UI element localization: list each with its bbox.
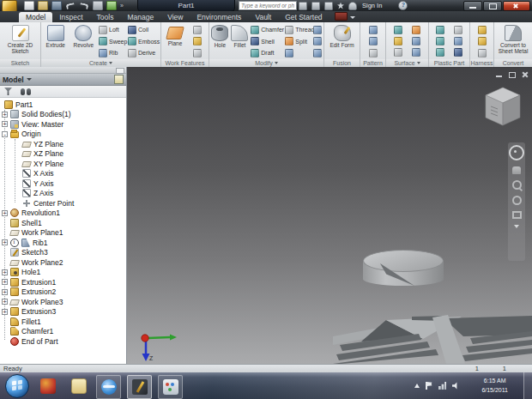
tree-item-sketch3[interactable]: Sketch3 [0, 248, 126, 258]
redo-icon[interactable] [79, 2, 89, 9]
speaker-icon[interactable] [452, 382, 460, 390]
point-button[interactable] [192, 24, 203, 35]
help-icon[interactable] [398, 1, 408, 10]
undo-icon[interactable] [65, 2, 76, 9]
rule-fillet-icon[interactable] [436, 48, 444, 57]
tree-item-part1[interactable]: Part1 [0, 100, 126, 110]
delete-face-button[interactable] [284, 47, 311, 58]
tree-item-extrusion3[interactable]: + Extrusion3 [0, 307, 126, 317]
navbar-more-chevron-icon[interactable] [514, 225, 519, 228]
tree-item-extrusion2[interactable]: + Extrusion2 [0, 287, 126, 298]
show-hidden-icons-icon[interactable] [414, 384, 420, 388]
panel-label-work-features[interactable]: Work Features [161, 59, 209, 67]
tree-expander[interactable]: + [2, 309, 8, 315]
inventor-logo-icon[interactable] [2, 0, 17, 12]
tree-expander[interactable]: + [2, 279, 8, 285]
tree-item-shell1[interactable]: Shell1 [0, 218, 126, 228]
tree-item-rib1[interactable]: + Rib1 [0, 238, 126, 248]
doc-restore-icon[interactable] [508, 71, 516, 78]
tree-item-chamfer1[interactable]: Chamfer1 [0, 327, 126, 337]
tab-vault[interactable]: Vault [248, 12, 278, 22]
tab-environments[interactable]: Environments [190, 12, 248, 22]
search-input[interactable] [239, 1, 297, 10]
snap-fit-icon[interactable] [454, 37, 462, 45]
tree-expander[interactable]: + [2, 112, 8, 118]
view-cube[interactable] [479, 84, 527, 134]
user-icon[interactable] [348, 2, 357, 10]
panel-label-plastic-part[interactable]: Plastic Part [429, 59, 469, 67]
taskbar-clock[interactable]: 6:15 AM 6/15/2011 [481, 376, 508, 395]
taskbar-inventor-button[interactable] [127, 375, 152, 399]
tab-get-started[interactable]: Get Started [278, 12, 329, 22]
fillet-button[interactable]: Fillet [230, 23, 251, 59]
panel-label-create[interactable]: Create [41, 59, 160, 67]
tab-inspect[interactable]: Inspect [52, 12, 89, 22]
extrude-button[interactable]: Extrude [42, 23, 70, 59]
loft-button[interactable]: Loft [98, 24, 127, 35]
favorites-star-icon[interactable] [337, 3, 344, 9]
draft-button[interactable]: Draft [250, 47, 284, 58]
subscription-icon[interactable] [299, 2, 307, 10]
tab-model[interactable]: Model [19, 12, 52, 22]
connector-button[interactable] [477, 47, 487, 58]
axis-button[interactable] [192, 36, 203, 47]
save-icon[interactable] [51, 1, 62, 10]
open-icon[interactable] [38, 1, 48, 10]
edit-form-button[interactable]: Edit Form [326, 23, 359, 59]
tree-item-hole1[interactable]: + Hole1 [0, 268, 126, 278]
convert-to-sheet-metal-button[interactable]: Convert to Sheet Metal [495, 23, 531, 59]
move-face-button[interactable] [312, 24, 323, 35]
panel-label-surface[interactable]: Surface [386, 59, 428, 67]
panel-label-modify[interactable]: Modify [209, 59, 323, 67]
emboss-button[interactable]: Emboss [127, 36, 160, 47]
start-button[interactable] [5, 374, 29, 398]
patch-icon[interactable] [394, 37, 402, 45]
orbit-icon[interactable] [512, 196, 522, 205]
tree-expander[interactable]: + [2, 121, 8, 127]
network-icon[interactable] [438, 382, 446, 390]
tree-item-extrusion1[interactable]: + Extrusion1 [0, 277, 126, 287]
rest-icon[interactable] [436, 37, 444, 45]
communication-icon[interactable] [324, 2, 333, 10]
zoom-icon[interactable] [512, 180, 522, 190]
panel-label-sketch[interactable]: Sketch [0, 59, 40, 67]
derive-button[interactable]: Derive [127, 47, 160, 58]
rectangular-pattern-button[interactable] [368, 24, 378, 35]
tree-item-work-plane2[interactable]: Work Plane2 [0, 257, 126, 268]
tree-item-y-axis[interactable]: Y Axis [0, 178, 126, 189]
rib-button[interactable]: Rib [98, 47, 127, 58]
sculpt-icon[interactable] [412, 26, 420, 34]
chamfer-button[interactable]: Chamfer [250, 24, 284, 35]
tree-item-center-point[interactable]: Center Point [0, 198, 126, 209]
taskbar-firefox-button[interactable] [36, 375, 59, 397]
minimize-button[interactable] [463, 1, 482, 11]
tree-expander[interactable]: + [2, 289, 8, 295]
maximize-button[interactable] [483, 1, 502, 11]
taskbar-explorer-button[interactable] [67, 375, 90, 397]
pan-icon[interactable] [512, 166, 521, 174]
delete-surface-icon[interactable] [412, 48, 420, 57]
tree-item-xz-plane[interactable]: XZ Plane [0, 149, 126, 160]
ribbon-appearance-icon[interactable] [335, 12, 348, 21]
grill-icon[interactable] [436, 26, 444, 34]
sweep-button[interactable]: Sweep [98, 36, 127, 47]
tab-view[interactable]: View [160, 12, 190, 22]
tree-expander[interactable]: + [2, 299, 8, 305]
split-button[interactable]: Split [284, 36, 311, 47]
tree-item-end-of-part[interactable]: End of Part [0, 336, 126, 347]
tree-item-origin[interactable]: - Origin [0, 130, 126, 140]
taskbar-paint-button[interactable] [158, 375, 183, 399]
tree-expander[interactable]: + [2, 269, 8, 275]
plane-button[interactable]: Plane [162, 23, 188, 59]
panel-label-fusion[interactable]: Fusion [324, 59, 360, 67]
new-icon[interactable] [24, 1, 34, 10]
browser-scroll-arrow-icon[interactable] [116, 68, 124, 74]
tree-item-view-master[interactable]: + View: Master [0, 119, 126, 130]
graphics-viewport[interactable]: Z [127, 67, 532, 364]
iproperties-icon[interactable] [106, 1, 117, 10]
tree-item-revolution1[interactable]: + Revolution1 [0, 209, 126, 219]
action-center-flag-icon[interactable] [426, 382, 432, 390]
tab-manage[interactable]: Manage [120, 12, 160, 22]
print-icon[interactable] [93, 1, 103, 10]
copy-object-button[interactable] [312, 36, 323, 47]
